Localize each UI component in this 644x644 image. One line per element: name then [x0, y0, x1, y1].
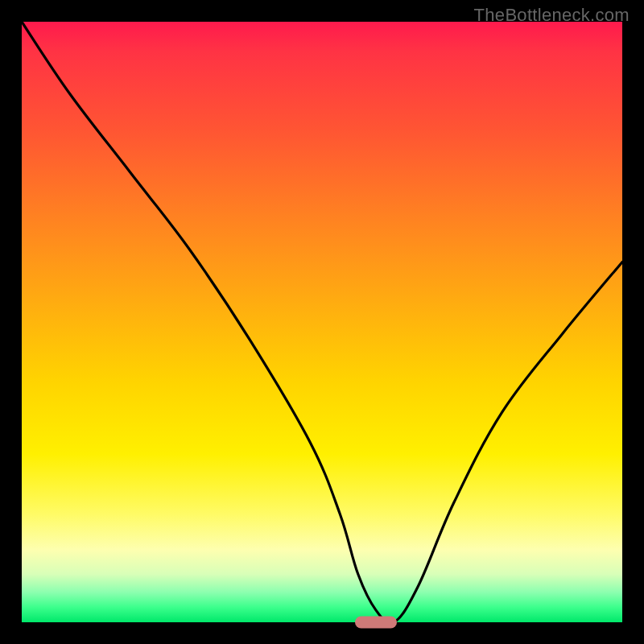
- watermark-text: TheBottleneck.com: [474, 5, 630, 26]
- plot-area: [22, 22, 622, 622]
- gradient-background: [22, 22, 622, 622]
- optimal-marker: [355, 617, 397, 629]
